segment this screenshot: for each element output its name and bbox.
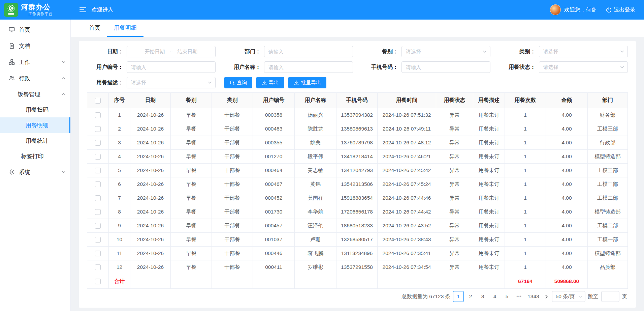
search-icon	[230, 80, 235, 85]
row-checkbox[interactable]	[95, 223, 101, 229]
table-cell: 品质部	[588, 260, 628, 274]
export-button[interactable]: 导出	[256, 77, 284, 88]
total-row-checkbox[interactable]	[95, 279, 101, 284]
sidebar-item-meal-scan[interactable]: 用餐扫码	[0, 102, 70, 117]
meal-status-select[interactable]: 请选择	[539, 61, 628, 73]
page-button-2[interactable]: 2	[465, 291, 476, 302]
meal-detail-table: 序号 日期 餐别 类别 用户编号 用户名称 手机号码 用餐时间 用餐状态 用餐描…	[87, 92, 628, 289]
row-checkbox[interactable]	[95, 264, 101, 270]
logo-area: 河群办公 工作协作平台	[0, 0, 71, 20]
main-content: 首页 用餐明细 日期： 开始日期 ~ 结束日期 部门： 餐别：	[71, 20, 644, 311]
department-input[interactable]	[264, 46, 353, 57]
users-icon	[9, 75, 15, 81]
batch-export-button[interactable]: 批量导出	[288, 77, 326, 88]
table-cell: 2024-10-26	[130, 108, 171, 122]
gear-icon	[9, 169, 15, 175]
chevron-down-icon	[620, 66, 624, 68]
table-row: 32024-10-26早餐干部餐000355姚美137607897982024-…	[87, 136, 628, 150]
table-cell: 2024-10-26	[130, 205, 171, 219]
category-field: 类别： 请选择	[499, 46, 628, 57]
table-cell: 用餐未订	[473, 260, 505, 274]
tab-meal-detail[interactable]: 用餐明细	[107, 20, 143, 37]
table-cell: 陈胜龙	[295, 122, 336, 136]
row-checkbox[interactable]	[95, 140, 101, 146]
pagination-bar: 总数据量为 67123 条 12345•••1343 50 条/页 跳至 页	[87, 289, 628, 304]
row-checkbox[interactable]	[95, 209, 101, 215]
document-icon	[9, 43, 15, 49]
table-cell: 早餐	[171, 219, 212, 233]
sidebar-item-label-print[interactable]: 标签打印	[0, 148, 70, 164]
row-checkbox[interactable]	[95, 181, 101, 187]
row-checkbox[interactable]	[95, 237, 101, 243]
tab-home[interactable]: 首页	[82, 20, 107, 37]
meal-desc-select[interactable]: 请选择	[127, 77, 216, 88]
phone-input[interactable]	[402, 62, 490, 73]
row-checkbox[interactable]	[95, 112, 101, 118]
row-checkbox-cell	[87, 191, 109, 205]
page-button-4[interactable]: 4	[489, 291, 500, 302]
table-cell: 2024-10-26 07:46:21	[378, 150, 436, 164]
query-button[interactable]: 查询	[224, 77, 252, 88]
sidebar-item-system[interactable]: 系统	[0, 164, 70, 180]
page-button-3[interactable]: 3	[477, 291, 488, 302]
table-cell: 18680518233	[336, 219, 378, 233]
sidebar-item-documents[interactable]: 文档	[0, 38, 70, 54]
logout-button[interactable]: 退出登录	[606, 6, 635, 13]
table-row: 82024-10-26早餐干部餐001730李华航172066561782024…	[87, 205, 628, 219]
download-icon	[294, 80, 299, 85]
meal-type-select[interactable]: 请选择	[401, 46, 490, 57]
row-checkbox[interactable]	[95, 126, 101, 132]
table-cell: 1	[505, 164, 546, 177]
date-label: 日期：	[87, 48, 123, 55]
jump-page-input[interactable]	[601, 291, 619, 302]
row-checkbox[interactable]	[95, 168, 101, 173]
total-checkbox-cell	[87, 274, 109, 289]
page-button-1343[interactable]: 1343	[526, 291, 541, 302]
table-cell: 2024-10-26 07:48:12	[378, 136, 436, 150]
row-checkbox-cell	[87, 150, 109, 164]
collapse-menu-icon[interactable]	[79, 7, 86, 13]
table-cell: 用餐未订	[473, 233, 505, 247]
page-size-select[interactable]: 50 条/页	[552, 291, 585, 302]
user-avatar[interactable]	[550, 4, 561, 15]
row-checkbox[interactable]	[95, 251, 101, 256]
table-cell: 黄锦	[295, 177, 336, 191]
sidebar-item-meal-statistics[interactable]: 用餐统计	[0, 133, 70, 148]
row-checkbox-cell	[87, 247, 109, 260]
row-checkbox[interactable]	[95, 154, 101, 160]
table-cell: 汪泽伦	[295, 219, 336, 233]
sidebar-item-administration[interactable]: 行政	[0, 70, 70, 86]
row-checkbox[interactable]	[95, 195, 101, 201]
user-name-input[interactable]	[264, 62, 353, 73]
table-cell: 4.00	[546, 136, 588, 150]
date-range-picker[interactable]: 开始日期 ~ 结束日期	[127, 46, 216, 57]
chevron-up-icon	[62, 93, 66, 95]
table-cell: 3	[109, 136, 130, 150]
table-cell: 早餐	[171, 191, 212, 205]
sidebar-item-home[interactable]: 首页	[0, 22, 70, 38]
page-button-5[interactable]: 5	[502, 291, 512, 302]
sidebar-item-label: 文档	[19, 42, 66, 50]
table-cell: 异常	[436, 219, 473, 233]
sidebar-item-label: 标签打印	[21, 152, 66, 160]
user-id-input[interactable]	[127, 62, 215, 73]
table-cell: 2024-10-26 07:45:24	[378, 177, 436, 191]
sidebar-item-meal-detail[interactable]: 用餐明细	[0, 117, 70, 133]
select-all-checkbox[interactable]	[95, 98, 101, 104]
table-cell: 工模三部	[588, 164, 628, 177]
table-cell: 13418218414	[336, 150, 378, 164]
table-cell: 用餐未订	[473, 177, 505, 191]
sidebar-item-work[interactable]: 工作	[0, 54, 70, 70]
page-button-1[interactable]: 1	[453, 291, 464, 302]
category-select[interactable]: 请选择	[539, 46, 628, 57]
sidebar-item-label: 用餐扫码	[26, 106, 66, 114]
column-header: 用户编号	[253, 93, 295, 108]
action-buttons: 查询 导出 批量导出	[224, 77, 628, 88]
table-body: 12024-10-26早餐干部餐000358汤丽兴135370943822024…	[87, 108, 628, 274]
table-cell: 13537094382	[336, 108, 378, 122]
next-page-button[interactable]	[544, 294, 549, 299]
table-header-row: 序号 日期 餐别 类别 用户编号 用户名称 手机号码 用餐时间 用餐状态 用餐描…	[87, 93, 628, 108]
table-cell: 15916883654	[336, 191, 378, 205]
sidebar-item-meal-management[interactable]: 饭餐管理	[0, 86, 70, 102]
table-cell: 001270	[253, 150, 295, 164]
